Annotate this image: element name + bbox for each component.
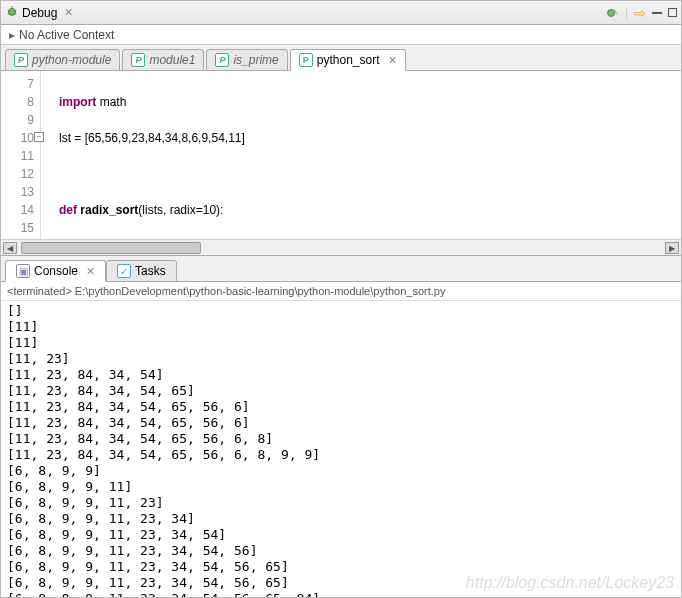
line-number: 14 [1, 201, 34, 219]
close-view-icon[interactable]: ✕ [64, 6, 73, 19]
forward-arrow-icon[interactable]: ⇨ [634, 5, 646, 21]
tab-python-sort[interactable]: Ppython_sort✕ [290, 49, 406, 71]
debug-dropdown-icon[interactable] [605, 6, 619, 20]
line-number: 12 [1, 165, 34, 183]
expand-triangle-icon[interactable]: ▸ [9, 28, 15, 42]
svg-point-6 [608, 9, 615, 16]
line-number: 9 [1, 111, 34, 129]
python-file-icon: P [131, 53, 145, 67]
code-editor[interactable]: 7 8 9 10− 11 12 13 14 15 import math lst… [1, 71, 681, 239]
console-icon: ▣ [16, 264, 30, 278]
horizontal-scrollbar[interactable]: ◀ ▶ [1, 239, 681, 256]
line-number: 10− [1, 129, 34, 147]
tab-tasks[interactable]: ✓Tasks [106, 260, 177, 282]
line-gutter: 7 8 9 10− 11 12 13 14 15 [1, 71, 41, 239]
debug-toolbar: Debug ✕ | ⇨ [1, 1, 681, 25]
scroll-left-icon[interactable]: ◀ [3, 242, 17, 254]
minimize-button[interactable] [652, 11, 662, 14]
tab-is-prime[interactable]: Pis_prime [206, 49, 287, 71]
toolbar-title: Debug [22, 6, 57, 20]
line-number: 7 [1, 75, 34, 93]
scroll-thumb[interactable] [21, 242, 201, 254]
close-tab-icon[interactable]: ✕ [86, 265, 95, 278]
python-file-icon: P [215, 53, 229, 67]
line-number: 15 [1, 219, 34, 237]
console-status: <terminated> E:\pythonDevelopment\python… [1, 282, 681, 301]
console-output[interactable]: [] [11] [11] [11, 23] [11, 23, 84, 34, 5… [1, 301, 681, 597]
maximize-button[interactable] [668, 8, 677, 17]
python-file-icon: P [14, 53, 28, 67]
context-text: No Active Context [19, 28, 114, 42]
line-number: 13 [1, 183, 34, 201]
scroll-right-icon[interactable]: ▶ [665, 242, 679, 254]
fold-marker-icon[interactable]: − [34, 132, 44, 142]
tasks-icon: ✓ [117, 264, 131, 278]
editor-tabs: Ppython-module Pmodule1 Pis_prime Ppytho… [1, 45, 681, 71]
debug-context-bar: ▸ No Active Context [1, 25, 681, 45]
line-number: 11 [1, 147, 34, 165]
tab-module1[interactable]: Pmodule1 [122, 49, 204, 71]
toolbar-separator: | [625, 6, 628, 20]
debug-icon [5, 4, 19, 21]
bottom-panel-tabs: ▣Console✕ ✓Tasks [1, 256, 681, 282]
code-area[interactable]: import math lst = [65,56,9,23,84,34,8,6,… [41, 71, 681, 239]
tab-python-module[interactable]: Ppython-module [5, 49, 120, 71]
svg-point-0 [9, 8, 16, 15]
close-tab-icon[interactable]: ✕ [388, 54, 397, 67]
line-number: 8 [1, 93, 34, 111]
python-file-icon: P [299, 53, 313, 67]
tab-console[interactable]: ▣Console✕ [5, 260, 106, 282]
